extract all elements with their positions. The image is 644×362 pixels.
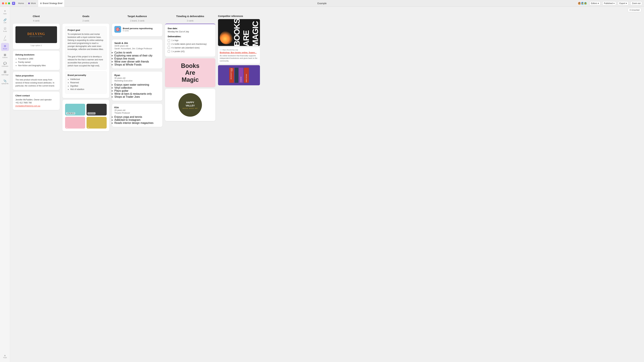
trash-icon: 🗑	[4, 355, 6, 357]
page-icon: 📄	[220, 49, 222, 51]
tab-home[interactable]: Home	[16, 0, 26, 7]
competitor-link-card-1: 📄 https://bookshop.org/ Bookshop: Buy bo…	[218, 47, 260, 64]
column-icon: ▦	[4, 53, 6, 56]
goals-col-subheader: 2 cards	[62, 19, 109, 22]
line-icon: ╱	[4, 36, 6, 39]
editors-label: Editors	[591, 2, 597, 4]
sidebar-item-board[interactable]: ⊞ Board	[1, 43, 9, 51]
deliverable-1-checkbox[interactable]	[168, 39, 170, 41]
link1-title[interactable]: Bookshop: Buy books online. Suppo...	[220, 51, 258, 54]
logo-text: DELVING	[27, 32, 45, 36]
persona1-item-2: Exploring new areas of their city	[114, 54, 160, 57]
avatar-group: 👩 👨 👩	[578, 1, 588, 5]
board-icon: ⊞	[4, 44, 6, 48]
persona3-age: 28 years old	[114, 109, 160, 111]
sidebar-item-note[interactable]: ≡ Note	[1, 8, 9, 16]
persona1-age: 34/35 years old	[114, 45, 160, 47]
happy-valley-text: HAPPYVALLEY	[186, 101, 195, 107]
columns-row: Client 4 cards DELVING BOOKSTORE Logo op…	[13, 15, 641, 131]
sidebar-item-add-image[interactable]: 🖼 Add image	[1, 69, 9, 77]
sidebar-item-todo[interactable]: ☑ To-do	[1, 25, 9, 33]
sidebar-item-line[interactable]: ╱ Line	[1, 34, 9, 42]
book-4: MARLON JAMES	[244, 68, 249, 83]
client-column: Client 4 cards DELVING BOOKSTORE Logo op…	[13, 15, 60, 110]
deliverable-2-checkbox[interactable]	[168, 43, 170, 45]
books-are-magic-poster-text: BOOKS ARE MAGIC	[231, 19, 260, 46]
contact-email[interactable]: jmcfadden@delving.com.au	[16, 105, 40, 107]
deliverable-3-label: 4 x banner ads (standard sizes)	[172, 46, 200, 49]
link-icon: 🔗	[3, 18, 7, 21]
editors-button[interactable]: Editors ▾	[590, 1, 600, 5]
deliverable-4-label: 1 x poster (A2)	[172, 50, 185, 53]
client-logo-box: DELVING BOOKSTORE	[16, 26, 57, 43]
sidebar-item-link-label: Link	[4, 22, 6, 23]
persona3-item-3: Reads interior design magazines	[114, 121, 160, 124]
bam-line2: Are	[169, 69, 211, 76]
persona2-item-1: Enjoys open water swimming	[114, 83, 160, 86]
sidebar-item-add-image-label: Add image	[1, 74, 8, 76]
persona2-age: 30 years old	[114, 77, 160, 79]
persona-icon: 🎯	[114, 26, 121, 33]
persona1-job: Sarah: Accountant, Jim: College Professo…	[114, 47, 160, 50]
zoom-button[interactable]: Zoom out	[630, 1, 642, 5]
brand-personality-list: Intellectual Reserved Dignified Hint of …	[68, 78, 104, 91]
timeline-col-header: Timeling & deliverables	[165, 15, 215, 17]
close-button[interactable]	[2, 2, 4, 4]
color-swatch-1: #7BCBCD	[65, 104, 85, 115]
tab-brand-strategy[interactable]: Brand Strategy Brief	[38, 0, 64, 7]
books-are-magic-card: Books Are Magic	[165, 58, 215, 87]
sidebar-item-comment[interactable]: 💬 Comment	[1, 60, 9, 68]
sidebar-item-link[interactable]: 🔗 Link	[1, 17, 9, 25]
persona3-name: Kim	[114, 106, 160, 109]
book-4-text: MARLON JAMES	[246, 74, 247, 82]
persona1-item-1: Cycles to work	[114, 51, 160, 54]
todo-icon: ☑	[4, 27, 6, 30]
sort-button[interactable]: 0 Unsorted	[628, 8, 641, 12]
deliverable-3: 4 x banner ads (standard sizes)	[168, 46, 213, 49]
maximize-button[interactable]	[8, 2, 10, 4]
client-logo-card: DELVING BOOKSTORE Logo option 2	[13, 24, 60, 49]
logo-rest: NG	[40, 32, 45, 36]
value-proposition-card: Value proposition The new product should…	[13, 72, 60, 90]
timeline-deliverables-card: Due date: Monday the 21st of July Delive…	[165, 24, 215, 57]
published-label: Published	[604, 2, 613, 4]
persona-ryan-card: Ryan 30 years old Marketing Executive En…	[112, 71, 162, 101]
book-3: MAGNOLIA	[239, 68, 243, 83]
sidebar-item-column[interactable]: ▦ Column	[1, 52, 9, 60]
client-name-title: Delving bookstore	[16, 53, 57, 56]
color-label-4	[88, 127, 89, 128]
client-info-item-1: Founded in 1990	[18, 57, 57, 60]
due-date-section: Due date: Monday the 21st of July	[168, 27, 213, 33]
export-button[interactable]: Export ▾	[618, 1, 628, 5]
persona-info: Brand persona repositioning 0 cards	[123, 27, 152, 32]
avatar-3: 👩	[584, 1, 588, 5]
deliverable-3-checkbox[interactable]	[168, 46, 170, 49]
window-title: Example	[318, 2, 326, 5]
deliverables-section: Deliverables: 1 x logo 2 x bottle labels…	[168, 35, 213, 53]
book-1-text: BLACK LEOPARD RED WOLF	[230, 68, 232, 82]
persona2-item-3: Plays guitar	[114, 89, 160, 92]
content-scroll: Client 4 cards DELVING BOOKSTORE Logo op…	[10, 12, 644, 362]
timeline-col-subheader: 2 cards	[165, 19, 215, 22]
tab-work[interactable]: Work	[26, 0, 38, 7]
published-button[interactable]: Published ▾	[602, 1, 616, 5]
deliverable-2: 2 x bottle labels (pinot and chardonnay)	[168, 43, 213, 45]
books-are-magic-text: Books Are Magic	[169, 62, 211, 83]
comment-icon: 💬	[3, 62, 7, 65]
titlebar: M Home Work Brand Strategy Brief Example…	[0, 0, 644, 7]
book-1: BLACK LEOPARD RED WOLF	[229, 68, 234, 83]
sidebar-item-trash[interactable]: 🗑 Trash	[1, 353, 9, 361]
persona-card-title: Brand persona repositioning	[123, 27, 152, 30]
persona2-job: Marketing Executive	[114, 80, 160, 82]
persona-header: 🎯 Brand persona repositioning 0 cards	[114, 26, 160, 33]
persona-kim-card: Kim 28 years old Theatre Producer Enjoys…	[112, 104, 162, 127]
due-date-label: Due date:	[168, 27, 178, 30]
sidebar-item-upload[interactable]: 📎 Upload file	[1, 78, 9, 86]
main-layout: ≡ Note 🔗 Link ☑ To-do ╱ Line ⊞ Board ▦ C…	[0, 7, 644, 362]
deliverables-list: 1 x logo 2 x bottle labels (pinot and ch…	[168, 39, 213, 53]
note-icon: ≡	[4, 9, 6, 12]
brand-personality-item-4: Hint of rebellion	[70, 88, 104, 91]
book-3-text: MAGNOLIA	[240, 77, 242, 82]
deliverable-4-checkbox[interactable]	[168, 50, 170, 53]
minimize-button[interactable]	[5, 2, 7, 4]
